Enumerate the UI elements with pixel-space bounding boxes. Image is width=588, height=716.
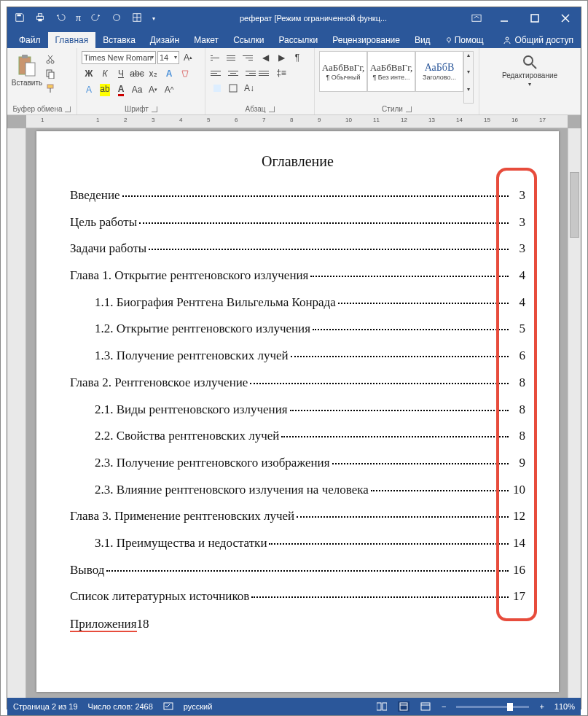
borders-icon[interactable] [226,82,240,95]
toc-leader-dots [332,463,509,464]
font-size-combo[interactable]: 14 [157,51,179,64]
svg-point-15 [506,37,509,40]
toc-leader-dots [269,543,509,545]
proofing-icon[interactable] [163,701,173,712]
style-heading[interactable]: АаБбВЗаголово... [415,51,463,92]
tab-view[interactable]: Вид [407,32,438,48]
font-color-icon[interactable]: A [114,83,128,96]
styles-more-icon[interactable]: ▾ [464,86,473,103]
align-left-icon[interactable] [210,66,224,79]
toc-page: 18 [137,617,149,631]
toc-leader-dots [139,222,509,224]
bullets-icon[interactable] [210,51,224,64]
superscript-button[interactable]: A^ [162,83,176,96]
print-layout-icon[interactable] [398,701,409,712]
web-layout-icon[interactable] [420,701,431,712]
tab-design[interactable]: Дизайн [143,32,187,48]
text-effects-icon[interactable]: A [162,67,176,80]
styles-down-icon[interactable]: ▾ [464,69,473,85]
tab-mailings[interactable]: Рассылки [271,32,325,48]
tab-layout[interactable]: Макет [187,32,226,48]
tab-references[interactable]: Ссылки [226,32,271,48]
style-normal[interactable]: АаБбВвГг,¶ Обычный [319,51,367,92]
close-button[interactable] [550,7,581,29]
copy-icon[interactable] [45,69,55,80]
table-icon[interactable] [132,12,142,25]
italic-button[interactable]: К [98,67,112,80]
status-language[interactable]: русский [184,702,212,711]
paste-button[interactable]: Вставить [12,51,42,104]
minimize-button[interactable] [489,7,520,29]
svg-rect-10 [531,15,538,22]
shading-icon[interactable] [210,82,224,95]
pi-icon[interactable]: π [76,12,81,24]
highlight-color-icon[interactable]: ab [98,83,112,96]
vertical-ruler[interactable] [7,128,26,698]
clear-format-icon[interactable] [178,67,192,80]
zoom-in-button[interactable]: + [539,702,544,711]
show-marks-icon[interactable]: ¶ [290,51,305,64]
tab-file[interactable]: Файл [12,32,48,48]
svg-rect-17 [22,55,28,58]
read-mode-icon[interactable] [376,701,388,712]
toc-line: Глава 2. Рентгеновское излучение 8 [70,376,525,390]
numbering-icon[interactable] [226,51,240,64]
align-center-icon[interactable] [226,66,240,79]
shrink-font-icon[interactable]: A▾ [146,83,160,96]
status-words[interactable]: Число слов: 2468 [88,702,153,711]
svg-rect-3 [38,18,42,21]
toc-line: Глава 3. Применение рентгеновских лучей … [70,510,525,524]
zoom-out-button[interactable]: − [442,702,446,711]
styles-group-label: Стили [382,105,403,113]
underline-button[interactable]: Ч [114,67,128,80]
document-page[interactable]: Оглавление Введение 3Цель работы 3Задачи… [36,131,559,692]
vertical-scrollbar[interactable] [568,128,581,698]
save-icon[interactable] [15,12,25,25]
toc-text: 2.1. Виды рентгеновского излучения [95,403,288,417]
svg-rect-32 [377,703,381,710]
scrollbar-thumb[interactable] [570,172,579,238]
grow-font-icon[interactable]: A▴ [181,51,195,64]
multilevel-icon[interactable] [242,51,256,64]
print-icon[interactable] [35,12,45,25]
align-right-icon[interactable] [242,66,256,79]
cut-icon[interactable] [45,54,55,66]
tab-tell-me[interactable]: Помощ [438,32,491,48]
sub-sup-button[interactable]: x₂ [146,67,160,80]
toc-leader-dots [338,303,509,304]
change-case-button[interactable]: Aa [130,83,144,96]
line-spacing-icon[interactable]: ‡≡ [274,66,289,79]
undo-icon[interactable] [55,12,66,25]
tab-review[interactable]: Рецензирование [325,32,407,48]
toc-text: Глава 3. Применение рентгеновских лучей [70,510,294,524]
qat-dropdown-icon[interactable]: ▾ [152,15,155,22]
tab-insert[interactable]: Вставка [95,32,143,48]
share-button[interactable]: Общий доступ [495,32,581,48]
format-painter-icon[interactable] [45,83,55,95]
toc-leader-dots [371,490,509,491]
bold-button[interactable]: Ж [82,67,96,80]
svg-rect-25 [47,85,53,88]
editing-button[interactable]: Редактирование ▾ [514,51,545,104]
maximize-button[interactable] [520,7,550,29]
style-no-spacing[interactable]: АаБбВвГг,¶ Без инте... [367,51,415,92]
increase-indent-icon[interactable]: ▶ [274,51,289,64]
font-name-combo[interactable]: Times New Roman [82,51,156,64]
zoom-slider[interactable] [456,706,529,708]
tab-home[interactable]: Главная [48,32,96,48]
zoom-level[interactable]: 110% [554,702,575,711]
horizontal-ruler[interactable]: 11234567891011121314151617 [26,115,568,128]
svg-line-30 [532,64,536,69]
status-page[interactable]: Страница 2 из 19 [13,702,78,711]
toc-text: Глава 2. Рентгеновское излучение [70,376,248,390]
ribbon-options-icon[interactable] [464,12,489,25]
decrease-indent-icon[interactable]: ◀ [258,51,273,64]
justify-icon[interactable] [258,66,273,79]
toc-text: 2.3. Получение рентгеновского изображени… [95,456,330,470]
sort-icon[interactable]: A↓ [242,82,256,95]
styles-up-icon[interactable]: ▴ [464,52,473,69]
strike-button[interactable]: abc [130,67,144,80]
repeat-icon[interactable] [111,12,122,25]
redo-icon[interactable] [91,12,101,25]
text-highlight-icon[interactable]: A [82,83,96,96]
